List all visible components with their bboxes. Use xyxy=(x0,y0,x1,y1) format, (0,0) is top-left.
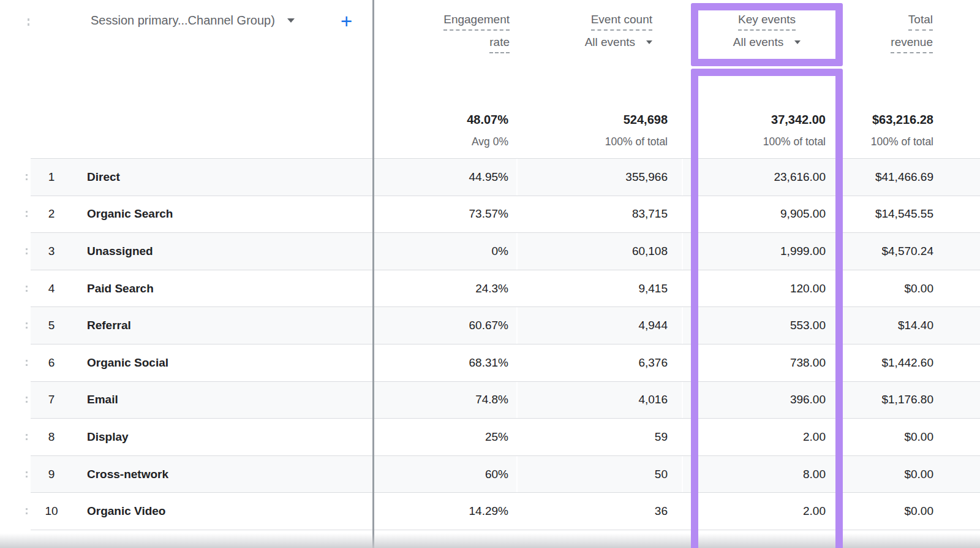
key-events-value: 396.00 xyxy=(790,393,826,406)
engagement-rate-value: 73.57% xyxy=(469,207,508,221)
channel-name: Unassigned xyxy=(87,245,153,258)
row-index: 6 xyxy=(38,356,65,370)
row-index: 9 xyxy=(38,468,65,481)
row-index: 10 xyxy=(38,504,65,518)
column-header-key-events[interactable]: Key events All events xyxy=(691,12,843,50)
total-revenue-value: $14,545.55 xyxy=(875,207,933,221)
summary-engagement-rate-sub: Avg 0% xyxy=(472,135,508,148)
table-row[interactable]: 9 Cross-network 60% 50 8.00 $0.00 xyxy=(31,455,980,493)
channel-name: Email xyxy=(87,393,118,406)
channel-name: Organic Social xyxy=(87,356,168,370)
add-dimension-icon[interactable]: + xyxy=(341,10,352,33)
event-count-value: 4,016 xyxy=(638,393,668,406)
table-row[interactable]: 10 Organic Video 14.29% 36 2.00 $0.00 xyxy=(31,492,980,530)
cropped-checkbox-mark xyxy=(26,286,28,292)
table-row[interactable]: 7 Email 74.8% 4,016 396.00 $1,176.80 xyxy=(31,381,980,419)
event-count-value: 83,715 xyxy=(632,207,668,221)
cropped-checkbox-mark xyxy=(26,360,28,366)
engagement-rate-value: 24.3% xyxy=(475,282,508,295)
key-events-filter-label: All events xyxy=(733,35,783,50)
key-events-value: 2.00 xyxy=(803,504,826,518)
engagement-rate-value: 74.8% xyxy=(475,393,508,406)
summary-key-events-sub: 100% of total xyxy=(763,135,826,148)
key-events-value: 8.00 xyxy=(803,468,826,481)
engagement-rate-value: 60.67% xyxy=(469,319,508,332)
cropped-checkbox-mark xyxy=(26,508,28,514)
event-count-value: 36 xyxy=(655,504,668,518)
column-header-total-revenue[interactable]: Total revenue xyxy=(891,12,933,53)
event-count-value: 50 xyxy=(655,468,668,481)
total-revenue-value: $0.00 xyxy=(904,504,933,518)
total-revenue-value: $0.00 xyxy=(904,282,933,295)
engagement-rate-title-line2: rate xyxy=(489,35,510,53)
total-revenue-value: $0.00 xyxy=(904,430,933,444)
key-events-filter-dropdown[interactable]: All events xyxy=(691,35,843,50)
table-row[interactable]: 3 Unassigned 0% 60,108 1,999.00 $4,570.2… xyxy=(31,232,980,270)
total-revenue-value: $4,570.24 xyxy=(881,245,933,258)
engagement-rate-value: 60% xyxy=(485,468,508,481)
table-body: 1 Direct 44.95% 355,966 23,616.00 $41,46… xyxy=(31,158,980,530)
engagement-rate-value: 44.95% xyxy=(469,170,508,184)
summary-key-events: 37,342.00 xyxy=(771,113,826,127)
cropped-checkbox-mark xyxy=(28,18,29,26)
total-revenue-value: $41,466.69 xyxy=(875,170,933,184)
table-row[interactable]: 4 Paid Search 24.3% 9,415 120.00 $0.00 xyxy=(31,270,980,307)
channel-name: Organic Search xyxy=(87,207,173,221)
channel-name: Display xyxy=(87,430,129,444)
row-index: 7 xyxy=(38,393,65,406)
dimension-label: Session primary...Channel Group) xyxy=(91,13,275,28)
channel-name: Direct xyxy=(87,170,120,184)
engagement-rate-value: 25% xyxy=(485,430,508,444)
chevron-down-icon xyxy=(794,40,801,44)
summary-total-revenue-sub: 100% of total xyxy=(871,135,933,148)
key-events-value: 120.00 xyxy=(790,282,826,295)
event-count-value: 59 xyxy=(655,430,668,444)
engagement-rate-value: 14.29% xyxy=(469,504,508,518)
key-events-value: 1,999.00 xyxy=(780,245,826,258)
event-count-filter-label: All events xyxy=(585,35,635,50)
total-revenue-title-line2: revenue xyxy=(891,35,933,53)
cropped-checkbox-mark xyxy=(26,322,28,329)
total-revenue-title-line1: Total xyxy=(908,12,933,31)
channel-name: Paid Search xyxy=(87,282,154,295)
event-count-title: Event count xyxy=(591,12,652,31)
table-row[interactable]: 6 Organic Social 68.31% 6,376 738.00 $1,… xyxy=(31,344,980,381)
key-events-title: Key events xyxy=(738,12,796,31)
event-count-value: 60,108 xyxy=(632,245,668,258)
chevron-down-icon xyxy=(646,40,652,44)
event-count-value: 9,415 xyxy=(638,282,668,295)
table-row[interactable]: 1 Direct 44.95% 355,966 23,616.00 $41,46… xyxy=(31,158,980,196)
column-divider xyxy=(372,0,374,548)
row-index: 3 xyxy=(38,245,65,258)
channel-name: Cross-network xyxy=(87,468,168,481)
event-count-filter-dropdown[interactable]: All events xyxy=(585,35,652,50)
bottom-fade xyxy=(0,533,980,548)
table-row[interactable]: 2 Organic Search 73.57% 83,715 9,905.00 … xyxy=(31,196,980,233)
row-index: 2 xyxy=(38,207,65,221)
engagement-rate-title-line1: Engagement xyxy=(443,12,510,31)
column-header-event-count[interactable]: Event count All events xyxy=(585,12,652,50)
key-events-value: 9,905.00 xyxy=(780,207,826,221)
cropped-checkbox-mark xyxy=(26,211,28,217)
cropped-checkbox-mark xyxy=(26,397,28,403)
cropped-checkbox-mark xyxy=(26,434,28,440)
table-row[interactable]: 5 Referral 60.67% 4,944 553.00 $14.40 xyxy=(31,306,980,344)
row-index: 8 xyxy=(38,430,65,444)
dimension-selector[interactable]: Session primary...Channel Group) xyxy=(91,13,295,28)
cropped-checkbox-mark xyxy=(26,174,28,180)
key-events-value: 23,616.00 xyxy=(774,170,826,184)
total-revenue-value: $0.00 xyxy=(904,468,933,481)
cropped-checkbox-mark xyxy=(26,471,28,478)
summary-event-count-sub: 100% of total xyxy=(605,135,668,148)
event-count-value: 4,944 xyxy=(638,319,668,332)
row-index: 1 xyxy=(38,170,65,184)
cropped-checkbox-mark xyxy=(26,248,28,254)
column-header-engagement-rate[interactable]: Engagement rate xyxy=(443,12,510,53)
table-row[interactable]: 8 Display 25% 59 2.00 $0.00 xyxy=(31,418,980,455)
total-revenue-value: $1,176.80 xyxy=(881,393,933,406)
key-events-value: 738.00 xyxy=(790,356,826,370)
analytics-table: Session primary...Channel Group) + Engag… xyxy=(0,0,980,548)
total-revenue-value: $1,442.60 xyxy=(881,356,933,370)
summary-total-revenue: $63,216.28 xyxy=(872,113,933,127)
event-count-value: 6,376 xyxy=(638,356,668,370)
